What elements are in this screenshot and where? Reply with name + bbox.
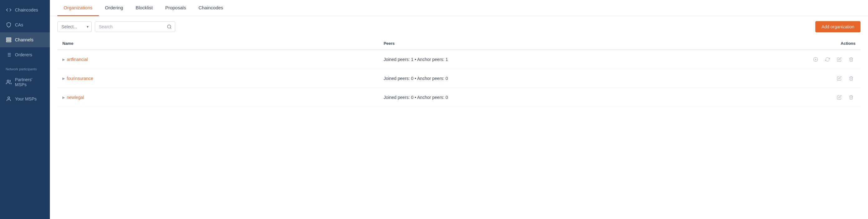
orderer-icon	[6, 52, 12, 58]
sync-icon	[825, 57, 830, 62]
peers-text: Joined peers: 1 • Anchor peers: 1	[383, 57, 448, 62]
partners-icon	[6, 79, 12, 85]
tab-chaincodes[interactable]: Chaincodes	[192, 0, 229, 16]
network-participants-label: Network participants	[0, 62, 50, 73]
add-organization-button[interactable]: Add organization	[815, 21, 861, 32]
expand-chevron-icon[interactable]: ▶	[62, 96, 65, 100]
svg-rect-0	[6, 38, 11, 39]
edit-icon	[837, 57, 842, 62]
sidebar-item-your-msps[interactable]: Your MSPs	[0, 92, 50, 106]
organizations-table: Name Peers Actions ▶ artfinancial Joined…	[57, 37, 861, 107]
edit-button[interactable]	[835, 55, 844, 64]
sidebar-item-channels[interactable]: Channels	[0, 32, 50, 47]
tab-blocklist[interactable]: Blocklist	[129, 0, 159, 16]
tab-bar: Organizations Ordering Blocklist Proposa…	[50, 0, 868, 16]
tab-organizations[interactable]: Organizations	[57, 0, 99, 16]
edit-icon	[837, 95, 842, 100]
sidebar-item-orderers[interactable]: Orderers	[0, 47, 50, 62]
tab-proposals[interactable]: Proposals	[159, 0, 192, 16]
table-row: ▶ fourinsurance Joined peers: 0 • Anchor…	[57, 69, 861, 88]
svg-rect-1	[6, 39, 11, 40]
sidebar-item-channels-label: Channels	[15, 37, 33, 42]
col-actions: Actions	[740, 37, 861, 50]
edit-button[interactable]	[835, 93, 844, 102]
sidebar-item-cas[interactable]: CAs	[0, 17, 50, 32]
delete-button[interactable]	[847, 74, 856, 83]
sidebar-item-orderers-label: Orderers	[15, 52, 32, 57]
org-peers-cell: Joined peers: 1 • Anchor peers: 1	[378, 50, 740, 69]
toolbar-left: Select... ▾	[57, 22, 175, 32]
table-row: ▶ artfinancial Joined peers: 1 • Anchor …	[57, 50, 861, 69]
trash-icon	[849, 76, 854, 81]
sidebar-item-chaincodes[interactable]: Chaincodes	[0, 2, 50, 17]
col-name: Name	[57, 37, 378, 50]
org-name-link[interactable]: artfinancial	[67, 57, 88, 62]
filter-select[interactable]: Select...	[57, 22, 92, 32]
org-actions-cell	[740, 88, 861, 107]
svg-point-9	[7, 80, 9, 82]
delete-button[interactable]	[847, 93, 856, 102]
svg-rect-2	[6, 41, 11, 42]
org-name-cell: ▶ fourinsurance	[57, 69, 378, 88]
table-body: ▶ artfinancial Joined peers: 1 • Anchor …	[57, 50, 861, 107]
your-msps-icon	[6, 96, 12, 102]
org-peers-cell: Joined peers: 0 • Anchor peers: 0	[378, 88, 740, 107]
table-header: Name Peers Actions	[57, 37, 861, 50]
search-wrapper	[95, 22, 175, 32]
delete-button[interactable]	[847, 55, 856, 64]
channel-icon	[6, 37, 12, 43]
org-name-link[interactable]: newlegal	[67, 95, 84, 100]
svg-line-12	[170, 28, 171, 29]
edit-button[interactable]	[835, 74, 844, 83]
sidebar: Chaincodes CAs Channels	[0, 0, 50, 219]
search-input[interactable]	[95, 22, 164, 32]
org-actions-cell	[740, 69, 861, 88]
col-peers: Peers	[378, 37, 740, 50]
sidebar-item-cas-label: CAs	[15, 23, 23, 27]
search-button[interactable]	[164, 22, 175, 32]
edit-icon	[837, 76, 842, 81]
trash-icon	[849, 95, 854, 100]
ca-icon	[6, 22, 12, 28]
add-peer-button[interactable]	[811, 55, 820, 64]
main-content: Organizations Ordering Blocklist Proposa…	[50, 0, 868, 219]
table-row: ▶ newlegal Joined peers: 0 • Anchor peer…	[57, 88, 861, 107]
peers-text: Joined peers: 0 • Anchor peers: 0	[383, 76, 448, 81]
expand-chevron-icon[interactable]: ▶	[62, 58, 65, 62]
expand-chevron-icon[interactable]: ▶	[62, 76, 65, 81]
filter-select-wrapper: Select... ▾	[57, 22, 92, 32]
trash-icon	[849, 57, 854, 62]
org-actions-cell	[740, 50, 861, 69]
sidebar-item-partners-msps-label: Partners' MSPs	[15, 77, 44, 87]
toolbar: Select... ▾ Add organization	[50, 16, 868, 37]
organizations-table-container: Name Peers Actions ▶ artfinancial Joined…	[50, 37, 868, 219]
peers-text: Joined peers: 0 • Anchor peers: 0	[383, 95, 448, 100]
plus-circle-icon	[813, 57, 818, 62]
tab-ordering[interactable]: Ordering	[99, 0, 129, 16]
svg-point-10	[8, 97, 10, 99]
sync-button[interactable]	[823, 55, 832, 64]
search-icon	[167, 24, 172, 29]
sidebar-item-your-msps-label: Your MSPs	[15, 97, 37, 101]
svg-point-11	[167, 25, 171, 28]
org-name-cell: ▶ newlegal	[57, 88, 378, 107]
sidebar-item-chaincodes-label: Chaincodes	[15, 7, 38, 12]
org-name-cell: ▶ artfinancial	[57, 50, 378, 69]
chaincode-icon	[6, 7, 12, 13]
sidebar-item-partners-msps[interactable]: Partners' MSPs	[0, 73, 50, 92]
org-name-link[interactable]: fourinsurance	[67, 76, 93, 81]
org-peers-cell: Joined peers: 0 • Anchor peers: 0	[378, 69, 740, 88]
